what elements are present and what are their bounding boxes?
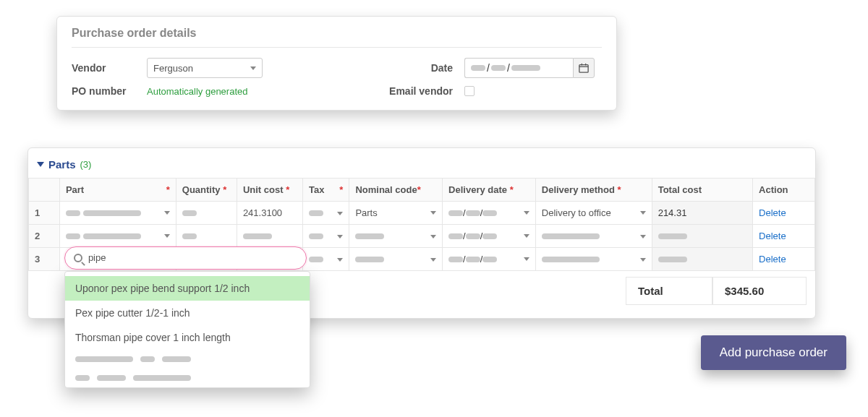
th-total: Total cost [658,184,702,195]
nominal-cell[interactable] [349,225,443,248]
qty-cell[interactable] [176,202,237,225]
dropdown-item[interactable]: Thorsman pipe cover 1 inch length [65,325,310,350]
chevron-down-icon [430,211,436,215]
th-delm: Delivery method [542,184,615,195]
th-tax: Tax [309,184,324,195]
chevron-down-icon [164,211,170,215]
parts-count: (3) [80,159,92,170]
chevron-down-icon [640,258,646,262]
table-row: 1 241.3100 Parts // Delivery to office 2… [29,202,815,225]
row-number: 3 [29,248,60,271]
th-deld: Delivery date [448,184,507,195]
delivery-date-cell[interactable]: // [443,248,536,271]
delivery-date-cell[interactable]: // [443,202,536,225]
po-value: Automatically generated [147,86,247,97]
dropdown-item[interactable] [65,350,310,369]
divider [72,47,602,48]
chevron-down-icon [430,258,436,262]
tax-cell[interactable] [303,225,349,248]
table-row: 3 Uponor pex pipe bend support 1/2 inch … [29,248,815,271]
chevron-down-icon [337,212,343,215]
chevron-down-icon [640,211,646,215]
tax-cell[interactable] [303,248,349,271]
total-cost-cell [652,248,752,271]
nominal-cell[interactable] [349,248,443,271]
dropdown-item[interactable] [65,369,310,387]
calendar-icon [579,63,589,73]
th-part: Part [66,184,84,195]
details-row-po: PO number Automatically generated Email … [72,85,602,97]
chevron-down-icon [337,258,343,262]
part-search-field[interactable] [64,246,307,270]
vendor-value: Ferguson [153,63,193,74]
delete-link[interactable]: Delete [759,254,786,265]
chevron-down-icon [524,257,529,261]
delivery-method-cell[interactable] [535,248,652,271]
email-vendor-checkbox[interactable] [464,86,475,96]
qty-cell[interactable] [176,225,237,248]
table-row: 2 // Delete [29,225,815,248]
part-search-dropdown: Uponor pex pipe bend support 1/2 inch Pe… [64,271,310,388]
purchase-order-details-card: Purchase order details Vendor Ferguson D… [56,16,617,111]
part-search-input[interactable] [88,252,297,263]
chevron-down-icon [524,234,529,238]
chevron-down-icon [164,234,170,238]
search-icon [74,254,82,262]
th-unit: Unit cost [243,184,284,195]
parts-title: Parts [48,158,76,171]
email-vendor-label: Email vendor [385,85,464,97]
svg-rect-0 [579,65,588,73]
delete-link[interactable]: Delete [759,207,786,218]
details-title: Purchase order details [72,27,602,40]
table-header-row: Part * Quantity * Unit cost * Tax * Nomi… [29,179,815,202]
delivery-method-cell[interactable] [535,225,652,248]
chevron-down-icon [640,235,646,238]
total-cost-cell: 214.31 [652,202,752,225]
th-nominal: Nominal code [355,184,417,195]
vendor-select[interactable]: Ferguson [147,58,263,78]
date-field[interactable]: / / [464,58,573,78]
parts-card: Parts (3) Part * Quantity * Unit cost * … [27,147,816,319]
tax-cell[interactable] [303,202,349,225]
po-label: PO number [72,85,147,97]
date-input-group: / / [464,58,595,78]
chevron-down-icon [37,162,44,167]
part-cell[interactable]: Uponor pex pipe bend support 1/2 inch Pe… [59,248,176,271]
dropdown-item[interactable]: Uponor pex pipe bend support 1/2 inch [65,276,310,301]
unit-cost-cell[interactable]: 241.3100 [237,202,302,225]
parts-section-header[interactable]: Parts (3) [28,158,815,178]
total-value: $345.60 [712,277,807,305]
chevron-down-icon [524,211,529,215]
vendor-label: Vendor [72,62,147,74]
th-action: Action [759,184,788,195]
dropdown-item[interactable]: Pex pipe cutter 1/2-1 inch [65,301,310,325]
unit-cost-cell[interactable] [237,225,302,248]
date-picker-button[interactable] [573,58,595,78]
chevron-down-icon [430,235,436,238]
total-label: Total [626,277,712,305]
chevron-down-icon [337,235,343,238]
delete-link[interactable]: Delete [759,231,786,241]
delivery-date-cell[interactable]: // [443,225,536,248]
row-number: 1 [29,202,60,225]
parts-table: Part * Quantity * Unit cost * Tax * Nomi… [28,178,815,271]
th-qty: Quantity [182,184,221,195]
date-label: Date [385,62,464,74]
part-cell[interactable] [59,225,176,248]
delivery-method-cell[interactable]: Delivery to office [535,202,652,225]
add-purchase-order-button[interactable]: Add purchase order [701,335,846,370]
part-cell[interactable] [59,202,176,225]
total-cost-cell [652,225,752,248]
row-number: 2 [29,225,60,248]
nominal-cell[interactable]: Parts [349,202,443,225]
chevron-down-icon [250,66,256,70]
details-row-vendor: Vendor Ferguson Date / / [72,58,602,78]
